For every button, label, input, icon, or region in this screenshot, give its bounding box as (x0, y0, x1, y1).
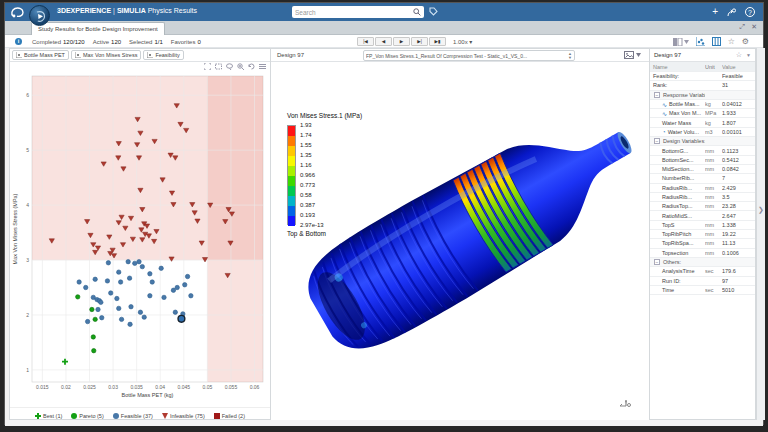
info-icon[interactable]: i (15, 38, 22, 45)
table-row[interactable]: ◔Water Volu...m30.00101 (650, 128, 755, 137)
data-point[interactable] (162, 295, 166, 299)
data-point[interactable] (100, 316, 104, 320)
data-point[interactable] (129, 305, 133, 309)
view-compass-icon[interactable] (617, 393, 633, 409)
table-row[interactable]: −Design Variables: (650, 137, 755, 146)
filter-feasibility[interactable]: Feasibility (143, 50, 183, 60)
lasso-select-icon[interactable] (226, 63, 233, 70)
expand-window-icon[interactable]: ⤢ (740, 23, 746, 31)
search-icon[interactable] (413, 8, 421, 16)
layout-icon[interactable] (673, 37, 689, 46)
data-point[interactable] (142, 315, 146, 319)
filter-max-von-mises-stress[interactable]: Max Von Mises Stress (71, 50, 141, 60)
table-row[interactable]: TopRibSpa...mm11.13 (650, 239, 755, 248)
data-point[interactable] (140, 264, 144, 268)
chart-view-icon[interactable] (696, 37, 705, 46)
data-point[interactable] (85, 319, 89, 323)
fit-view-icon[interactable] (204, 63, 211, 70)
table-row[interactable]: NumberRib...7 (650, 174, 755, 183)
table-row[interactable]: Feasibility:Feasible (650, 72, 755, 81)
settings-gear-icon[interactable]: ⚙ (742, 37, 749, 46)
table-row[interactable]: Topsectionmm0.1006 (650, 249, 755, 258)
data-point[interactable] (148, 272, 152, 276)
chevron-down-icon[interactable]: ▼ (746, 51, 751, 60)
table-row[interactable]: TopRibPitchmm19.22 (650, 230, 755, 239)
app-compass-icon[interactable] (29, 5, 50, 26)
image-icon[interactable] (624, 51, 634, 59)
help-icon[interactable]: ? (745, 7, 755, 17)
table-row[interactable]: BottomSec...mm0.5412 (650, 156, 755, 165)
data-point[interactable] (119, 317, 123, 321)
snapshot-dropdown[interactable] (624, 51, 641, 59)
filter-bottle-mass-pet[interactable]: Bottle Mass PET (12, 50, 69, 60)
table-row[interactable]: RatioMidS...2.647 (650, 211, 755, 220)
data-point[interactable] (109, 291, 113, 295)
table-row[interactable]: ∿Max Von M...MPa1.933 (650, 109, 755, 118)
data-point[interactable] (185, 274, 189, 278)
table-row[interactable]: Rank:31 (650, 81, 755, 90)
data-point[interactable] (175, 285, 179, 289)
plot-menu-icon[interactable] (259, 63, 266, 70)
table-row[interactable]: RadiusRib...mm3.5 (650, 193, 755, 202)
skip-to-start-button[interactable]: |◀ (357, 37, 374, 46)
table-row[interactable]: Timesec5010 (650, 286, 755, 295)
data-point[interactable] (93, 277, 97, 281)
skip-to-end-button[interactable]: ▶▮ (429, 37, 446, 46)
share-icon[interactable] (727, 8, 736, 17)
favorite-star-icon[interactable]: ☆ (728, 37, 735, 46)
legend-item[interactable]: Infeasible (75) (162, 413, 205, 419)
play-button[interactable]: ▶ (393, 37, 410, 46)
table-row[interactable]: −Others: (650, 258, 755, 267)
step-forward-button[interactable]: ▶| (411, 37, 428, 46)
data-point[interactable] (128, 322, 132, 326)
selected-data-point[interactable] (178, 315, 185, 322)
data-point[interactable] (76, 295, 80, 299)
viewport-3d[interactable]: Von Mises Stress.1 (MPa) 1.931.741.551.3… (271, 62, 649, 421)
result-stepper[interactable]: ▲▼ (568, 52, 572, 60)
add-button[interactable]: + (712, 5, 718, 19)
step-back-button[interactable]: ◀ (375, 37, 392, 46)
data-point[interactable] (77, 280, 81, 284)
data-point[interactable] (138, 310, 142, 314)
scatter-plot[interactable]: 0.0150.020.0250.030.0350.040.0450.050.05… (10, 71, 270, 403)
data-point[interactable] (93, 317, 97, 321)
result-selector[interactable]: FP_Von Mises Stress.1_Result Of Compress… (363, 50, 575, 61)
table-row[interactable]: ∿Bottle Mas...kg0.04012 (650, 100, 755, 109)
favorite-star-icon[interactable]: ☆ (736, 51, 742, 60)
data-point[interactable] (133, 261, 137, 265)
data-point[interactable] (106, 261, 110, 265)
data-point[interactable] (150, 280, 154, 284)
legend-item[interactable]: Best (1) (35, 413, 62, 419)
table-row[interactable]: RadiusRib...mm2.429 (650, 184, 755, 193)
data-point[interactable] (91, 335, 95, 339)
data-point[interactable] (126, 259, 130, 263)
table-row[interactable]: Water Masskg1.807 (650, 118, 755, 127)
select-rectangle-icon[interactable] (215, 63, 222, 70)
search-bar[interactable] (292, 6, 424, 18)
data-point[interactable] (189, 294, 193, 298)
data-point[interactable] (183, 283, 187, 287)
data-point[interactable] (171, 288, 175, 292)
table-row[interactable]: TopSmm1.338 (650, 221, 755, 230)
collapse-toggle-icon[interactable]: − (654, 92, 660, 98)
data-point[interactable] (84, 285, 88, 289)
collapse-toggle-icon[interactable]: − (654, 259, 660, 265)
legend-item[interactable]: Feasible (37) (113, 413, 153, 419)
close-icon[interactable]: ✕ (751, 23, 757, 31)
data-point[interactable] (92, 348, 96, 352)
reset-view-icon[interactable] (248, 63, 255, 70)
search-input[interactable] (295, 9, 413, 16)
data-point[interactable] (105, 279, 109, 283)
table-row[interactable]: BottomG...mm0.1123 (650, 146, 755, 155)
data-point[interactable] (115, 296, 119, 300)
collapse-toggle-icon[interactable]: − (654, 138, 660, 144)
table-row[interactable]: AnalysisTimesec179.6 (650, 267, 755, 276)
data-point[interactable] (137, 259, 141, 263)
table-row[interactable]: MidSection...mm0.0842 (650, 165, 755, 174)
data-point[interactable] (118, 280, 122, 284)
data-point[interactable] (159, 266, 163, 270)
data-point[interactable] (99, 300, 103, 304)
table-row[interactable]: Run ID:97 (650, 277, 755, 286)
data-point[interactable] (148, 294, 152, 298)
data-point[interactable] (117, 270, 121, 274)
